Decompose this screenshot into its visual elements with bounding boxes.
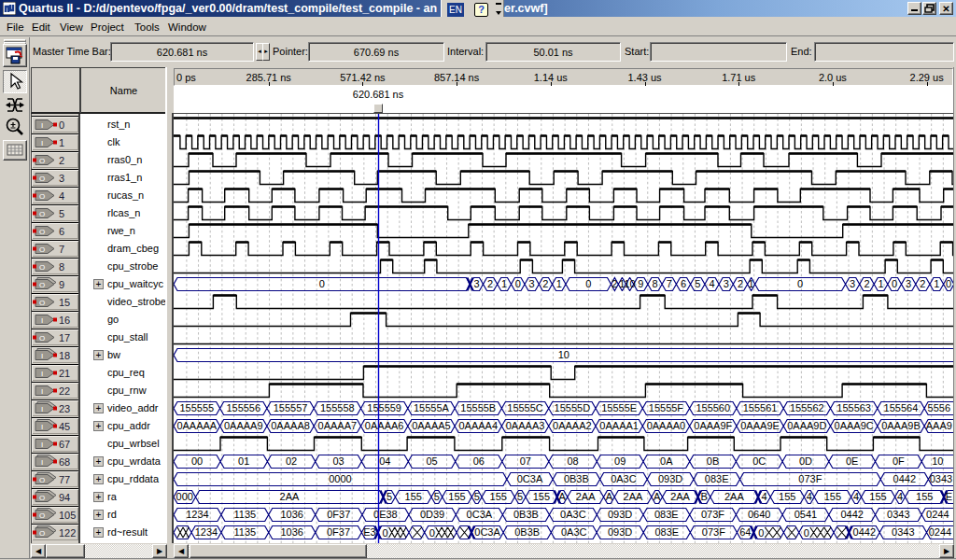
svg-text:0: 0 bbox=[429, 527, 435, 539]
svg-text:155559: 155559 bbox=[367, 402, 401, 413]
svg-text:0000: 0000 bbox=[329, 473, 351, 484]
svg-text:3: 3 bbox=[724, 278, 729, 289]
svg-text:5: 5 bbox=[387, 491, 392, 502]
svg-text:E3: E3 bbox=[363, 526, 375, 538]
svg-text:0F: 0F bbox=[893, 455, 905, 467]
svg-text:083E: 083E bbox=[654, 526, 679, 538]
svg-text:0343: 0343 bbox=[892, 526, 914, 538]
svg-text:0: 0 bbox=[804, 527, 809, 539]
svg-text:0AAAA0: 0AAAA0 bbox=[647, 420, 686, 431]
svg-text:155556: 155556 bbox=[226, 402, 260, 413]
svg-text:2: 2 bbox=[920, 278, 925, 289]
svg-text:15555B: 15555B bbox=[460, 402, 496, 413]
svg-text:155557: 155557 bbox=[274, 402, 308, 413]
svg-text:155: 155 bbox=[405, 491, 422, 502]
svg-text:07: 07 bbox=[520, 455, 531, 467]
svg-text:A: A bbox=[654, 491, 661, 502]
svg-text:A: A bbox=[559, 491, 567, 502]
svg-text:O: O bbox=[39, 494, 45, 502]
svg-text:0442: 0442 bbox=[840, 509, 863, 520]
svg-text:I: I bbox=[41, 441, 43, 449]
svg-text:0B: 0B bbox=[707, 455, 719, 467]
svg-text:1: 1 bbox=[501, 278, 507, 289]
svg-text:0AAA9C: 0AAA9C bbox=[835, 420, 874, 431]
svg-text:O: O bbox=[39, 334, 45, 343]
svg-text:0C3A: 0C3A bbox=[474, 526, 500, 538]
svg-text:1036: 1036 bbox=[280, 509, 302, 520]
svg-text:0B3B: 0B3B bbox=[513, 509, 539, 520]
svg-text:0B3B: 0B3B bbox=[564, 473, 589, 484]
svg-text:O: O bbox=[39, 228, 45, 236]
svg-text:0AAAA6: 0AAAA6 bbox=[365, 420, 404, 431]
svg-text:2: 2 bbox=[738, 278, 743, 289]
svg-text:083E: 083E bbox=[654, 509, 679, 520]
svg-text:02: 02 bbox=[286, 455, 297, 467]
svg-text:I: I bbox=[41, 352, 43, 360]
svg-text:0640: 0640 bbox=[748, 509, 770, 520]
svg-text:0E38: 0E38 bbox=[373, 509, 398, 520]
svg-text:7: 7 bbox=[667, 278, 672, 289]
svg-text:O: O bbox=[39, 175, 45, 183]
svg-text:09: 09 bbox=[614, 455, 626, 467]
svg-text:15555A: 15555A bbox=[414, 402, 450, 413]
svg-text:0A3C: 0A3C bbox=[611, 473, 637, 484]
svg-text:0F37: 0F37 bbox=[327, 509, 350, 520]
svg-text:0AAAA2: 0AAAA2 bbox=[553, 420, 592, 431]
svg-text:2: 2 bbox=[864, 278, 869, 289]
svg-text:15555C: 15555C bbox=[507, 402, 543, 413]
svg-text:B: B bbox=[701, 491, 708, 502]
svg-text:0C3A: 0C3A bbox=[467, 509, 493, 520]
svg-text:O: O bbox=[39, 476, 45, 484]
svg-text:0: 0 bbox=[383, 527, 388, 539]
svg-text:0B3B: 0B3B bbox=[514, 526, 540, 538]
svg-text:0F37: 0F37 bbox=[327, 526, 350, 538]
svg-text:3: 3 bbox=[906, 278, 911, 289]
svg-text:2: 2 bbox=[542, 278, 548, 289]
svg-text:0: 0 bbox=[585, 278, 591, 289]
svg-text:10: 10 bbox=[932, 455, 943, 467]
svg-text:O: O bbox=[39, 192, 45, 201]
svg-text:O: O bbox=[39, 529, 45, 538]
svg-text:O: O bbox=[39, 281, 45, 289]
svg-text:0AAAA5: 0AAAA5 bbox=[412, 420, 451, 431]
svg-text:0AAAA7: 0AAAA7 bbox=[318, 420, 358, 431]
svg-text:15555D: 15555D bbox=[555, 402, 591, 413]
svg-text:1135: 1135 bbox=[233, 509, 256, 520]
svg-text:2: 2 bbox=[487, 278, 493, 289]
svg-text:0A3C: 0A3C bbox=[561, 526, 587, 538]
svg-text:O: O bbox=[39, 263, 45, 272]
svg-text:4: 4 bbox=[709, 278, 714, 289]
svg-text:2AA: 2AA bbox=[280, 491, 300, 502]
svg-text:0442: 0442 bbox=[893, 473, 916, 484]
svg-text:0: 0 bbox=[515, 278, 521, 289]
svg-text:0AAA9D: 0AAA9D bbox=[787, 420, 826, 431]
svg-text:2: 2 bbox=[612, 278, 617, 289]
svg-text:0343: 0343 bbox=[887, 509, 909, 520]
svg-text:10: 10 bbox=[624, 278, 635, 289]
svg-text:0442: 0442 bbox=[853, 526, 876, 538]
svg-text:08: 08 bbox=[567, 455, 578, 467]
svg-text:155: 155 bbox=[824, 491, 841, 502]
svg-text:0E: 0E bbox=[846, 455, 858, 467]
svg-text:2AA: 2AA bbox=[724, 491, 744, 502]
svg-text:I: I bbox=[41, 121, 43, 130]
svg-text:3: 3 bbox=[473, 278, 479, 289]
svg-text:155558: 155558 bbox=[320, 402, 355, 413]
svg-text:083E: 083E bbox=[705, 473, 729, 484]
svg-text:O: O bbox=[39, 157, 45, 165]
svg-text:0541: 0541 bbox=[794, 509, 817, 520]
svg-text:I: I bbox=[41, 316, 43, 325]
svg-text:01: 01 bbox=[238, 455, 249, 467]
svg-text:15555F: 15555F bbox=[649, 402, 684, 413]
svg-text:I: I bbox=[41, 405, 43, 413]
svg-text:5: 5 bbox=[695, 278, 700, 289]
svg-text:AAA9: AAA9 bbox=[926, 420, 952, 431]
svg-text:15555E: 15555E bbox=[601, 402, 637, 413]
svg-text:073F: 073F bbox=[798, 473, 822, 484]
svg-text:155562: 155562 bbox=[790, 402, 824, 413]
svg-text:E: E bbox=[946, 491, 952, 502]
svg-text:093D: 093D bbox=[608, 509, 632, 520]
svg-text:I: I bbox=[41, 458, 43, 467]
svg-text:0AAA9E: 0AAA9E bbox=[740, 420, 780, 431]
svg-text:0244: 0244 bbox=[929, 526, 951, 538]
